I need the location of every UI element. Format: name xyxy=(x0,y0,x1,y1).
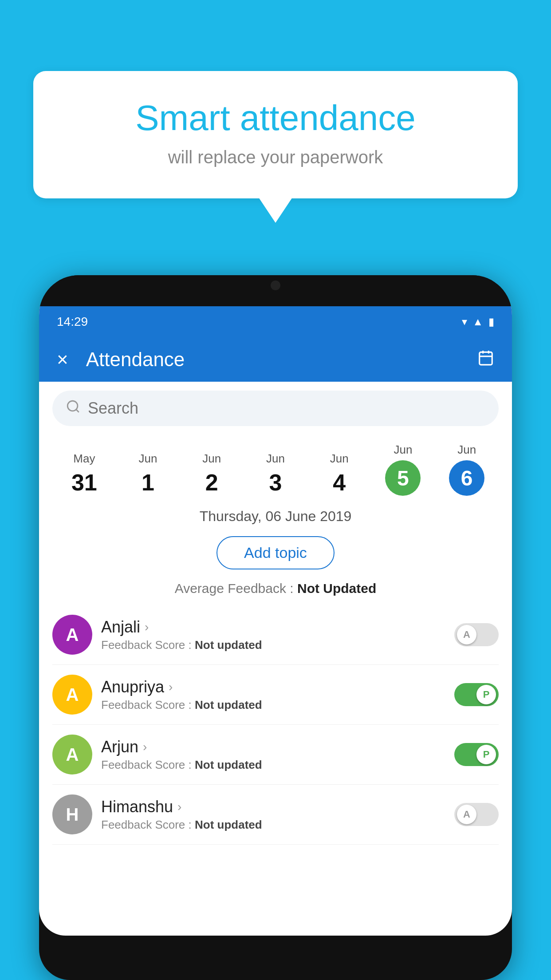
screen-content: 14:29 ▾ ▲ ▮ × Attendance xyxy=(39,306,512,936)
speech-bubble: Smart attendance will replace your paper… xyxy=(33,71,518,198)
toggle-knob-arjun: P xyxy=(476,745,496,764)
avg-feedback-label: Average Feedback : xyxy=(175,581,294,596)
status-icons: ▾ ▲ ▮ xyxy=(462,316,494,328)
chevron-icon: › xyxy=(143,740,147,754)
student-name-anjali: Anjali › xyxy=(101,618,445,636)
search-bar[interactable] xyxy=(52,391,499,426)
student-feedback-arjun: Feedback Score : Not updated xyxy=(101,758,445,772)
student-feedback-himanshu: Feedback Score : Not updated xyxy=(101,818,445,832)
student-feedback-anupriya: Feedback Score : Not updated xyxy=(101,698,445,712)
student-info-anupriya: Anupriya › Feedback Score : Not updated xyxy=(92,678,454,712)
phone-notch xyxy=(249,275,302,294)
date-cell-jun4[interactable]: Jun 4 xyxy=(307,448,371,499)
avg-feedback-value: Not Updated xyxy=(297,581,376,596)
header-title: Attendance xyxy=(86,348,477,371)
student-name-arjun: Arjun › xyxy=(101,738,445,756)
student-feedback-anjali: Feedback Score : Not updated xyxy=(101,638,445,652)
date-cell-jun2[interactable]: Jun 2 xyxy=(180,448,244,499)
avatar-himanshu: H xyxy=(52,794,92,834)
svg-line-5 xyxy=(76,410,79,412)
date-cell-jun5[interactable]: Jun 5 xyxy=(371,439,435,499)
signal-icon: ▲ xyxy=(472,316,483,328)
date-cell-may31[interactable]: May 31 xyxy=(52,448,116,499)
attendance-toggle-arjun[interactable]: P xyxy=(454,743,499,766)
add-topic-button[interactable]: Add topic xyxy=(216,536,335,569)
speech-bubble-container: Smart attendance will replace your paper… xyxy=(33,71,518,198)
speech-bubble-title: Smart attendance xyxy=(69,98,482,138)
status-time: 14:29 xyxy=(57,315,88,329)
svg-rect-0 xyxy=(480,352,492,365)
close-button[interactable]: × xyxy=(57,348,68,371)
student-info-arjun: Arjun › Feedback Score : Not updated xyxy=(92,738,454,772)
calendar-icon[interactable] xyxy=(477,349,494,370)
toggle-knob-anupriya: P xyxy=(476,685,496,704)
svg-point-4 xyxy=(67,401,78,411)
date-cell-jun6[interactable]: Jun 6 xyxy=(435,439,499,499)
phone-notch-area xyxy=(39,275,512,306)
attendance-toggle-himanshu[interactable]: A xyxy=(454,803,499,826)
student-item-himanshu[interactable]: H Himanshu › Feedback Score : Not update… xyxy=(52,785,499,845)
student-info-anjali: Anjali › Feedback Score : Not updated xyxy=(92,618,454,652)
chevron-icon: › xyxy=(145,620,149,634)
attendance-toggle-anjali[interactable]: A xyxy=(454,623,499,646)
wifi-icon: ▾ xyxy=(462,316,467,328)
chevron-icon: › xyxy=(169,680,173,694)
date-cell-jun1[interactable]: Jun 1 xyxy=(116,448,180,499)
avatar-anjali: A xyxy=(52,615,92,655)
search-icon xyxy=(66,399,81,418)
status-bar: 14:29 ▾ ▲ ▮ xyxy=(39,306,512,337)
avatar-arjun: A xyxy=(52,735,92,775)
speech-bubble-subtitle: will replace your paperwork xyxy=(69,147,482,167)
student-item-anjali[interactable]: A Anjali › Feedback Score : Not updated … xyxy=(52,605,499,665)
avatar-anupriya: A xyxy=(52,675,92,715)
toggle-knob-himanshu: A xyxy=(457,805,476,824)
selected-date: Thursday, 06 June 2019 xyxy=(39,499,512,529)
student-info-himanshu: Himanshu › Feedback Score : Not updated xyxy=(92,798,454,832)
battery-icon: ▮ xyxy=(488,316,494,328)
student-item-anupriya[interactable]: A Anupriya › Feedback Score : Not update… xyxy=(52,665,499,725)
attendance-toggle-anupriya[interactable]: P xyxy=(454,683,499,706)
student-item-arjun[interactable]: A Arjun › Feedback Score : Not updated P xyxy=(52,725,499,785)
search-input[interactable] xyxy=(88,399,485,418)
date-cell-jun3[interactable]: Jun 3 xyxy=(244,448,307,499)
chevron-icon: › xyxy=(177,800,181,814)
phone-camera xyxy=(271,281,280,290)
date-strip: May 31 Jun 1 Jun 2 Jun 3 Jun 4 Jun 5 xyxy=(39,435,512,499)
phone-frame: 14:29 ▾ ▲ ▮ × Attendance xyxy=(39,275,512,980)
student-name-himanshu: Himanshu › xyxy=(101,798,445,816)
app-header: × Attendance xyxy=(39,337,512,382)
toggle-knob-anjali: A xyxy=(457,625,476,644)
student-list: A Anjali › Feedback Score : Not updated … xyxy=(39,605,512,845)
average-feedback: Average Feedback : Not Updated xyxy=(39,577,512,605)
student-name-anupriya: Anupriya › xyxy=(101,678,445,696)
